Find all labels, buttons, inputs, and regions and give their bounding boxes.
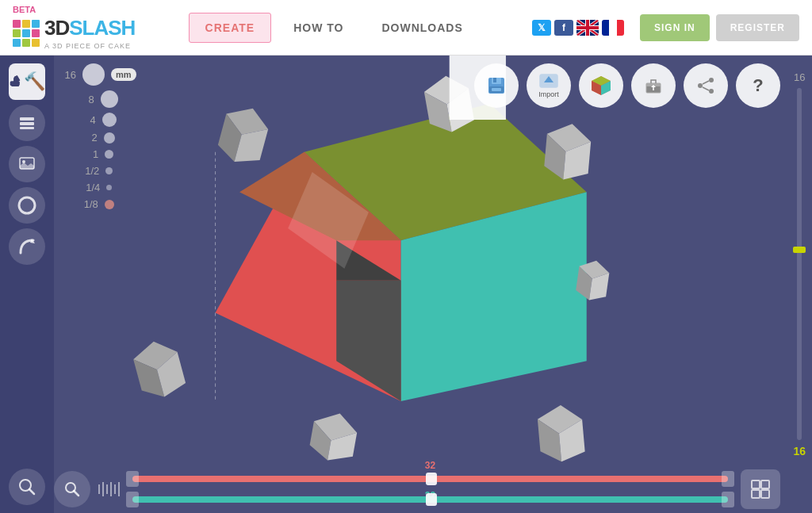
red-slider-handle[interactable] — [426, 473, 437, 485]
size-1-dot[interactable] — [105, 150, 113, 159]
size-16-row[interactable]: 16 mm — [54, 63, 136, 86]
teal-slider-right-cap — [722, 492, 734, 507]
svg-rect-10 — [20, 127, 34, 129]
ruler-value: 16 — [793, 445, 806, 457]
right-ruler: 16 16 — [793, 71, 806, 457]
import-label: Import — [538, 90, 559, 98]
size-4-label: 4 — [74, 114, 96, 126]
zoom-mark-6 — [118, 482, 120, 496]
teal-slider-handle[interactable] — [426, 493, 437, 506]
size-half-row[interactable]: 1/2 — [77, 165, 113, 177]
size-8-label: 8 — [72, 94, 94, 105]
svg-rect-4 — [576, 26, 599, 29]
zoom-slider[interactable] — [98, 482, 120, 496]
create-nav-button[interactable]: CREATE — [189, 13, 272, 43]
save-button[interactable] — [474, 63, 519, 108]
size-eighth-row[interactable]: 1/8 — [76, 198, 114, 210]
svg-line-35 — [703, 81, 709, 84]
social-icons: 𝕏 f — [532, 20, 624, 36]
beta-label: BETA — [13, 5, 36, 14]
zoom-mark-3 — [106, 484, 108, 494]
logo-row: 3DSLASH A 3D PIECE OF CAKE — [13, 16, 135, 50]
size-1-row[interactable]: 1 — [76, 148, 113, 160]
red-slider-left-cap — [126, 471, 139, 487]
tagline: A 3D PIECE OF CAKE — [44, 42, 135, 50]
svg-rect-71 — [752, 490, 760, 498]
left-toolbar: 🔨 — [0, 56, 54, 513]
circle-tool[interactable] — [9, 187, 45, 224]
scene — [54, 56, 780, 465]
bottom-bar: 32 32 — [54, 465, 780, 513]
zoom-mark-5 — [114, 484, 116, 494]
size-8-dot[interactable] — [101, 90, 118, 108]
layers-tool[interactable] — [9, 105, 45, 141]
size-16-label: 16 — [54, 69, 76, 81]
size-eighth-label: 1/8 — [76, 198, 98, 210]
help-button[interactable]: ? — [736, 63, 780, 108]
logo-grid — [13, 20, 40, 47]
hammer-tool[interactable]: 🔨 — [9, 63, 45, 100]
size-2-dot[interactable] — [104, 132, 115, 144]
svg-point-33 — [698, 83, 703, 88]
svg-line-36 — [703, 87, 709, 90]
svg-point-13 — [19, 197, 35, 213]
uk-flag-icon[interactable] — [576, 20, 599, 36]
mm-badge: mm — [111, 68, 136, 81]
red-slider-label: 32 — [425, 460, 435, 471]
ruler-track[interactable] — [797, 88, 802, 440]
sign-in-button[interactable]: SIGN IN — [640, 14, 710, 41]
ruler-handle[interactable] — [793, 247, 806, 253]
svg-point-34 — [709, 89, 714, 94]
svg-rect-70 — [761, 480, 769, 488]
svg-rect-9 — [20, 122, 34, 125]
export-button[interactable] — [631, 63, 676, 108]
cube-icon-button[interactable] — [579, 63, 623, 108]
size-2-label: 2 — [75, 132, 98, 144]
facebook-icon[interactable]: f — [554, 20, 573, 36]
twitter-icon[interactable]: 𝕏 — [532, 20, 551, 36]
ruler-top-label: 16 — [794, 71, 805, 83]
size-4-row[interactable]: 4 — [74, 113, 117, 127]
size-4-dot[interactable] — [102, 113, 117, 127]
svg-line-68 — [74, 491, 79, 496]
size-half-dot[interactable] — [105, 167, 113, 174]
red-slider-right-cap — [722, 471, 734, 487]
svg-rect-69 — [752, 480, 760, 488]
svg-rect-8 — [20, 117, 34, 121]
size-8-row[interactable]: 8 — [72, 90, 118, 108]
downloads-nav-button[interactable]: DOWNLOADS — [366, 13, 478, 42]
teal-slider-track[interactable] — [132, 496, 728, 503]
size-16-dot[interactable] — [82, 63, 105, 86]
header: BETA 3DSLASH A 3D PIECE OF CAKE CREATE H… — [0, 0, 812, 56]
howto-nav-button[interactable]: HOW TO — [278, 13, 359, 42]
zoom-mark-4 — [110, 482, 112, 496]
size-quarter-row[interactable]: 1/4 — [78, 182, 112, 193]
svg-rect-72 — [761, 490, 769, 498]
size-quarter-dot[interactable] — [106, 185, 112, 190]
red-slider-track[interactable] — [132, 476, 728, 482]
auth-area: SIGN IN REGISTER — [640, 14, 799, 41]
size-half-label: 1/2 — [77, 165, 99, 177]
main-area: 🔨 — [0, 56, 812, 513]
zoom-mark-2 — [102, 482, 104, 496]
logo-text: 3DSLASH — [44, 16, 135, 40]
zoom-search-button[interactable] — [54, 471, 90, 507]
zoom-mark-1 — [98, 484, 100, 494]
size-2-row[interactable]: 2 — [75, 132, 115, 144]
svg-rect-21 — [492, 88, 501, 91]
register-button[interactable]: REGISTER — [716, 14, 799, 41]
expand-button[interactable] — [741, 469, 780, 509]
curve-tool[interactable] — [9, 228, 45, 265]
zoom-tool[interactable] — [9, 469, 45, 505]
nav: CREATE HOW TO DOWNLOADS — [189, 13, 479, 43]
teal-slider-row: 32 — [132, 492, 728, 507]
image-tool[interactable] — [9, 146, 45, 182]
red-slider-row: 32 — [132, 471, 728, 487]
svg-rect-19 — [493, 78, 496, 82]
import-button[interactable]: Import — [527, 63, 571, 108]
top-toolbar: Import — [474, 63, 780, 108]
size-eighth-dot[interactable] — [105, 200, 114, 209]
fr-flag-icon[interactable] — [602, 20, 624, 36]
share-button[interactable] — [684, 63, 728, 108]
svg-point-32 — [709, 78, 714, 82]
